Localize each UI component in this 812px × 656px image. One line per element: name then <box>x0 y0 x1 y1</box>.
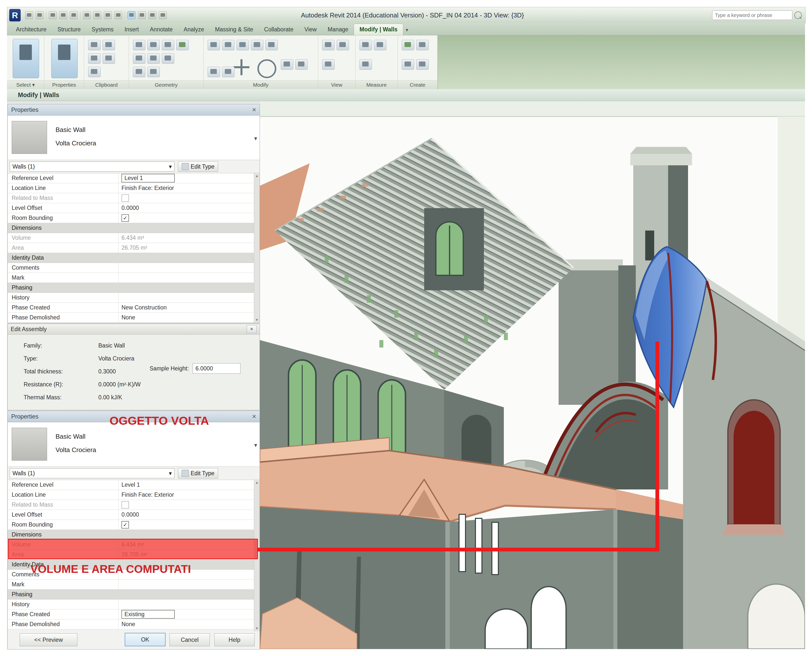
chevron-down-icon[interactable]: ▾ <box>254 442 257 449</box>
panel-properties-label[interactable]: Properties <box>44 80 84 89</box>
property-row[interactable]: Level Offset0.0000 <box>8 203 260 213</box>
property-row[interactable]: Reference LevelLevel 1 <box>8 173 260 183</box>
scroll-down-icon[interactable]: ▾ <box>256 625 258 631</box>
phase-created-combo[interactable]: Existing <box>121 610 175 619</box>
reference-level-combo[interactable]: Level 1 <box>121 174 175 183</box>
split-face-icon[interactable] <box>147 53 160 64</box>
property-row[interactable]: Area26.705 m² <box>8 243 260 253</box>
tab-architecture[interactable]: Architecture <box>11 24 52 35</box>
join-icon[interactable] <box>147 40 160 50</box>
3d-view-canvas[interactable] <box>260 101 805 649</box>
section-dimensions[interactable]: Dimensions▴ <box>8 223 260 233</box>
create-assembly-icon[interactable] <box>402 59 414 70</box>
match-properties-icon[interactable] <box>88 67 101 77</box>
property-row[interactable]: Reference LevelLevel 1 <box>8 480 260 490</box>
thin-lines-icon[interactable] <box>148 11 156 19</box>
revit-app-button[interactable]: R <box>9 9 21 22</box>
measure-icon[interactable] <box>83 11 91 19</box>
tab-analyze[interactable]: Analyze <box>178 24 210 35</box>
section-phasing[interactable]: Phasing▴ <box>8 589 260 599</box>
property-row[interactable]: Phase DemolishedNone <box>8 313 260 323</box>
properties-header[interactable]: Properties × <box>8 104 260 116</box>
property-row[interactable]: Related to Mass <box>8 500 260 510</box>
create-group-icon[interactable] <box>402 40 414 50</box>
aligned-dimension-icon[interactable] <box>93 11 101 19</box>
ok-button[interactable]: OK <box>125 633 165 646</box>
tab-view[interactable]: View <box>299 24 322 35</box>
create-parts-icon[interactable] <box>416 59 428 70</box>
cope-icon[interactable] <box>147 67 160 77</box>
close-icon[interactable]: × <box>247 325 257 333</box>
trim-icon[interactable] <box>281 59 293 70</box>
property-row[interactable]: History <box>8 599 260 610</box>
isolate-icon[interactable] <box>337 40 349 50</box>
scroll-up-icon[interactable]: ▴ <box>256 479 258 486</box>
mirror-icon[interactable] <box>237 40 249 50</box>
section-phasing[interactable]: Phasing▴ <box>8 283 260 293</box>
scrollbar[interactable]: ▴ ▾ <box>254 173 260 323</box>
property-row[interactable]: Room Bounding✓ <box>8 213 260 223</box>
property-row[interactable]: Comments <box>8 263 260 273</box>
property-row[interactable]: Room Bounding✓ <box>8 520 260 530</box>
property-row[interactable]: History <box>8 293 260 303</box>
tab-structure[interactable]: Structure <box>52 24 86 35</box>
unpin-icon[interactable] <box>222 67 235 77</box>
hide-icon[interactable] <box>322 40 334 50</box>
tab-systems[interactable]: Systems <box>86 24 119 35</box>
paint-icon[interactable] <box>176 40 189 50</box>
move-icon[interactable] <box>234 59 249 75</box>
scroll-up-icon[interactable]: ▴ <box>256 173 258 179</box>
tab-massing-site[interactable]: Massing & Site <box>210 24 258 35</box>
section-dimensions[interactable]: Dimensions▴ <box>8 530 260 540</box>
property-row[interactable]: Volume6.434 m³ <box>8 233 260 243</box>
element-filter-combo[interactable]: Walls (1)▾ <box>10 468 175 478</box>
rotate-icon[interactable] <box>257 59 276 78</box>
chevron-down-icon[interactable]: ▾ <box>403 25 411 35</box>
sample-height-input[interactable]: 6.0000 <box>193 363 240 374</box>
properties-toggle-button[interactable] <box>51 39 78 78</box>
text-icon[interactable] <box>114 11 122 19</box>
copy-icon[interactable] <box>102 40 115 50</box>
element-filter-combo[interactable]: Walls (1)▾ <box>10 162 175 172</box>
section-icon[interactable] <box>138 11 146 19</box>
property-row[interactable]: Location LineFinish Face: Exterior <box>8 490 260 500</box>
search-icon[interactable] <box>794 11 802 19</box>
measure-line-icon[interactable] <box>359 40 372 50</box>
wall-joins-icon[interactable] <box>162 40 174 50</box>
default-3d-view-icon[interactable] <box>127 11 135 19</box>
property-row[interactable]: Mark <box>8 273 260 283</box>
cut-icon[interactable] <box>88 53 101 64</box>
property-row[interactable]: Related to Mass <box>8 193 260 203</box>
edit-type-button[interactable]: Edit Type <box>178 161 218 172</box>
pin-icon[interactable] <box>207 67 220 77</box>
type-selector[interactable]: Basic Wall Volta Crociera ▾ <box>8 422 260 467</box>
align-icon[interactable] <box>207 40 220 50</box>
override-graphics-icon[interactable] <box>322 59 334 70</box>
preview-button[interactable]: << Preview <box>20 633 77 646</box>
panel-select-label[interactable]: Select ▾ <box>7 80 44 89</box>
dimension-icon[interactable] <box>374 40 386 50</box>
search-input[interactable] <box>712 11 792 20</box>
modify-tool-button[interactable] <box>13 39 39 78</box>
edit-type-button[interactable]: Edit Type <box>178 468 218 478</box>
property-row[interactable]: Location LineFinish Face: Exterior <box>8 183 260 193</box>
property-row[interactable]: Phase CreatedNew Construction <box>8 303 260 313</box>
match-type-icon[interactable] <box>102 53 115 64</box>
angle-icon[interactable] <box>359 59 372 70</box>
close-icon[interactable]: × <box>252 106 256 113</box>
scale-icon[interactable] <box>265 40 278 50</box>
help-button[interactable]: Help <box>214 633 255 646</box>
cut-geometry-icon[interactable] <box>133 40 145 50</box>
property-row[interactable]: Mark <box>8 580 260 589</box>
print-icon[interactable] <box>70 11 78 19</box>
redo-icon[interactable] <box>59 11 67 19</box>
related-to-mass-checkbox[interactable] <box>121 195 129 202</box>
tab-manage[interactable]: Manage <box>322 24 354 35</box>
property-row[interactable]: Phase DemolishedNone <box>8 619 260 630</box>
tab-annotate[interactable]: Annotate <box>144 24 178 35</box>
chevron-down-icon[interactable]: ▾ <box>254 135 257 142</box>
property-row[interactable]: Phase CreatedExisting <box>8 610 260 619</box>
offset-icon[interactable] <box>222 40 235 50</box>
property-row[interactable]: Level Offset0.0000 <box>8 510 260 520</box>
paste-icon[interactable] <box>88 40 101 50</box>
